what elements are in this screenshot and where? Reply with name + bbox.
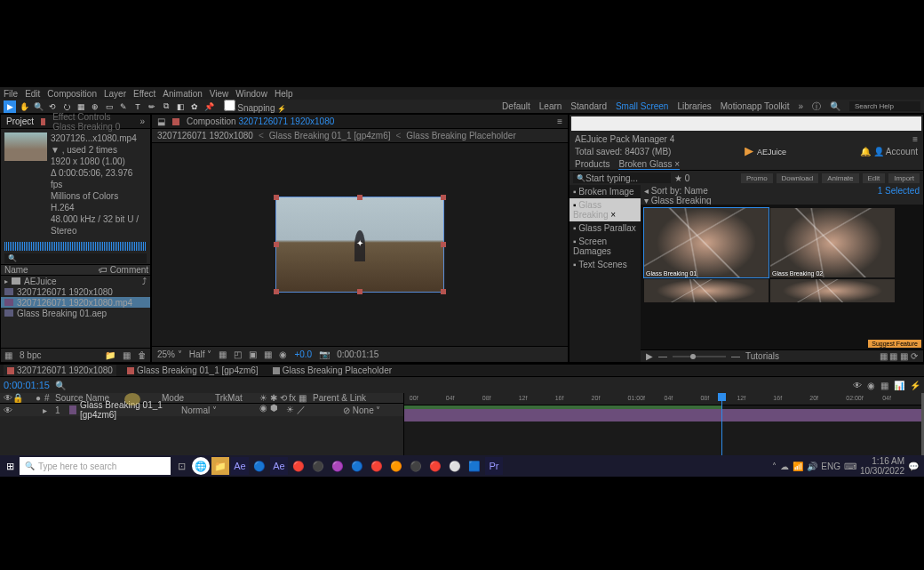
layer-mode-dropdown[interactable]: Normal ˅ [181, 405, 235, 415]
workspace-default[interactable]: Default [502, 101, 530, 111]
text-tool[interactable]: T [131, 100, 144, 113]
channel-icon[interactable]: ◉ [279, 349, 287, 359]
transform-handle[interactable] [274, 242, 279, 247]
col-trkmat[interactable]: TrkMat [215, 393, 259, 403]
app-icon[interactable]: 🟣 [329, 457, 346, 475]
preset-item[interactable]: Glass Breaking 01 [644, 208, 769, 277]
favorites-filter[interactable]: ★ 0 [674, 173, 689, 183]
category-item[interactable]: ▪ Glass Breaking × [570, 198, 641, 221]
column-comment[interactable]: Comment [110, 265, 148, 275]
transform-handle[interactable] [441, 242, 446, 247]
account-link[interactable]: Account [886, 147, 918, 157]
prev-icon[interactable]: — [658, 351, 667, 361]
breadcrumb-item[interactable]: 3207126071 1920x1080 [157, 131, 253, 140]
anchor-point-icon[interactable]: ✦ [356, 237, 363, 247]
app-icon[interactable]: 🔵 [251, 457, 268, 475]
app-icon[interactable]: 🔴 [368, 457, 386, 475]
region-icon[interactable]: ▦ [264, 349, 272, 359]
workspace-standard[interactable]: Standard [570, 101, 607, 111]
suggest-feature-button[interactable]: Suggest Feature [868, 340, 921, 348]
app-icon[interactable]: 🔵 [348, 457, 366, 475]
viewer-frame[interactable]: ✦ [275, 197, 444, 293]
menu-view[interactable]: View [210, 89, 229, 99]
transparency-icon[interactable]: ▣ [249, 349, 257, 359]
composition-viewer[interactable]: ✦ [152, 143, 568, 346]
new-comp-icon[interactable]: ▦ [123, 350, 131, 360]
play-icon[interactable]: ▶ [646, 351, 653, 361]
app-icon[interactable]: ⚫ [309, 457, 327, 475]
orbit-tool[interactable]: ⟲ [46, 100, 59, 113]
next-icon[interactable]: — [731, 351, 740, 361]
blur-icon[interactable]: ◉ [867, 381, 875, 390]
workspace-learn[interactable]: Learn [539, 101, 562, 111]
download-button[interactable]: Download [777, 173, 819, 183]
new-folder-icon[interactable]: 📁 [105, 350, 116, 360]
app-icon[interactable]: 🔴 [426, 457, 444, 475]
selection-tool[interactable]: ▶ [4, 100, 16, 113]
menu-file[interactable]: File [4, 89, 18, 99]
ae-icon-2[interactable]: Ae [270, 457, 288, 475]
category-item[interactable]: ▪ Broken Image [570, 185, 641, 198]
transform-handle[interactable] [274, 289, 279, 294]
workspace-motionapp[interactable]: Motionapp Toolkit [721, 101, 790, 111]
transform-handle[interactable] [441, 195, 446, 200]
puppet-tool[interactable]: 📌 [203, 100, 215, 113]
ad-banner[interactable] [571, 116, 921, 131]
app-icon[interactable]: 🟦 [466, 457, 483, 475]
tray-volume-icon[interactable]: 🔊 [807, 462, 817, 471]
clone-tool[interactable]: ⧉ [160, 100, 172, 113]
col-parent[interactable]: Parent & Link [313, 393, 366, 403]
project-tab[interactable]: Project [6, 116, 34, 126]
aejuice-search-input[interactable]: 🔍 Start typing... [573, 173, 671, 183]
account-icon[interactable]: 👤 [873, 147, 884, 157]
camera-tool[interactable]: ▦ [75, 100, 87, 113]
app-icon[interactable]: ⚫ [407, 457, 425, 475]
timeline-tab[interactable]: Glass Breaking 01_1 [gp4zm6] [123, 365, 262, 376]
search-help-input[interactable]: Search Help [849, 101, 920, 111]
timeline-search-icon[interactable]: 🔍 [55, 381, 66, 390]
snapshot-icon[interactable]: 📷 [319, 349, 330, 359]
zoom-slider[interactable] [673, 356, 726, 357]
panel-close-icon[interactable]: ≡ [912, 134, 918, 144]
timeline-tab[interactable]: Glass Breaking Placeholder [269, 365, 395, 376]
panel-menu-icon[interactable]: » [139, 116, 145, 126]
preset-item[interactable] [644, 279, 769, 302]
menu-composition[interactable]: Composition [47, 89, 97, 99]
promo-button[interactable]: Promo [741, 173, 773, 183]
bpc-toggle[interactable]: 8 bpc [20, 350, 41, 360]
transform-handle[interactable] [274, 195, 279, 200]
project-item[interactable]: 3207126071 1920x1080 [1, 286, 150, 297]
rotate-tool[interactable]: ⭮ [60, 100, 73, 113]
ae-icon[interactable]: Ae [231, 457, 249, 475]
transform-handle[interactable] [441, 289, 446, 294]
app-icon[interactable]: 🟠 [387, 457, 405, 475]
transform-handle[interactable] [357, 289, 362, 294]
eraser-tool[interactable]: ◧ [174, 100, 187, 113]
menu-window[interactable]: Window [235, 89, 267, 99]
start-button[interactable]: ⊞ [2, 458, 18, 474]
grid-view-icon[interactable]: ▦ ▦ ▦ ⟳ [880, 351, 918, 361]
sort-dropdown[interactable]: Sort by: Name [651, 186, 708, 196]
tray-notifications-icon[interactable]: 💬 [908, 462, 919, 471]
tray-icon[interactable]: ☁ [780, 462, 789, 471]
app-icon[interactable]: 🔴 [290, 457, 307, 475]
tray-expand-icon[interactable]: ˄ [772, 462, 777, 471]
pen-tool[interactable]: ✎ [117, 100, 130, 113]
timeline-ruler[interactable]: 00f 04f 08f 12f 16f 20f 01:00f 04f 08f 1… [404, 393, 924, 405]
category-item[interactable]: ▪ Glass Parallax [570, 221, 641, 235]
snapping-checkbox[interactable] [224, 100, 235, 111]
workspace-more-icon[interactable]: » [798, 101, 803, 111]
zoom-dropdown[interactable]: 25% ˅ [157, 349, 182, 359]
menu-effect[interactable]: Effect [133, 89, 155, 99]
products-tab[interactable]: Products [575, 159, 609, 169]
share-icon[interactable]: ⤴ [142, 277, 147, 286]
workspace-libraries[interactable]: Libraries [677, 101, 711, 111]
composition-tab[interactable]: Composition 3207126071 1920x1080 [187, 116, 334, 126]
preview-time[interactable]: 0:00:01:15 [337, 349, 378, 359]
explorer-icon[interactable]: 📁 [211, 457, 229, 475]
3d-icon[interactable]: ▦ [880, 381, 888, 390]
pr-icon[interactable]: Pr [485, 457, 503, 475]
app-icon[interactable]: ⚪ [446, 457, 464, 475]
taskbar-search-input[interactable]: 🔍 Type here to search [20, 457, 171, 475]
menu-help[interactable]: Help [275, 89, 293, 99]
